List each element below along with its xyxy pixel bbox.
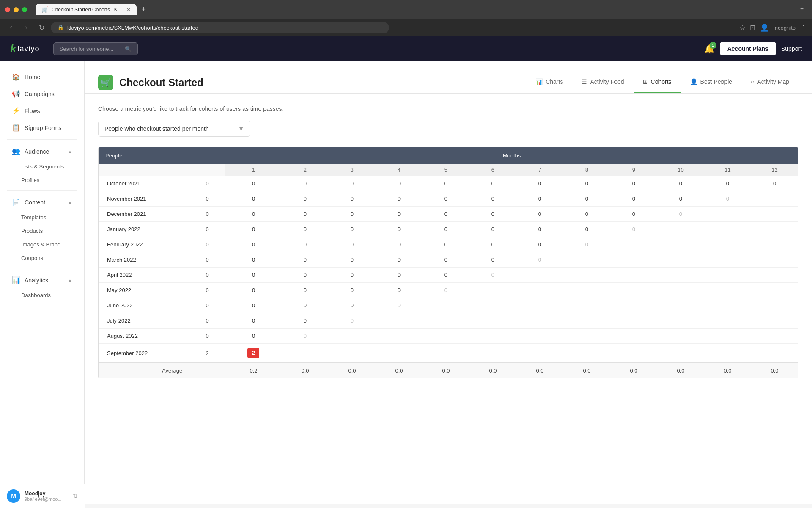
cohort-cell: 0: [469, 222, 516, 237]
bookmark-icon[interactable]: ☆: [739, 23, 746, 32]
cohort-cell: [422, 298, 469, 313]
activity-map-tab-icon: ○: [751, 78, 754, 85]
account-plans-button[interactable]: Account Plans: [720, 42, 776, 55]
cohort-cell: [563, 298, 610, 313]
month-number-7: 7: [516, 164, 563, 176]
audience-expand-icon: ▲: [68, 149, 72, 154]
row-people-count: 0: [189, 283, 225, 298]
browser-tab[interactable]: 🛒 Checkout Started Cohorts | Kl... ✕: [36, 4, 137, 15]
cohort-cell: 0: [329, 176, 376, 191]
notification-button[interactable]: 🔔 1: [704, 44, 715, 54]
window-control-green[interactable]: [22, 7, 27, 12]
cohort-cell: [610, 283, 657, 298]
sidebar-sub-item-images-brand[interactable]: Images & Brand: [0, 238, 81, 251]
cohort-cell: [751, 344, 798, 363]
tab-activity-map[interactable]: ○ Activity Map: [741, 72, 798, 93]
cohort-cell: 0: [422, 222, 469, 237]
search-input[interactable]: [60, 46, 121, 52]
sidebar-label-content: Content: [25, 199, 45, 206]
cohort-cell: 0: [704, 176, 751, 191]
back-button[interactable]: ‹: [5, 22, 17, 33]
sidebar-item-campaigns[interactable]: 📢 Campaigns: [3, 86, 81, 102]
extension-icon[interactable]: ⊡: [750, 23, 756, 32]
cohort-cell: 0: [422, 237, 469, 252]
row-people-count: 0: [189, 191, 225, 207]
sidebar-item-content[interactable]: 📄 Content ▲: [3, 194, 81, 210]
cohort-cell: [422, 329, 469, 344]
forward-button[interactable]: ›: [20, 22, 32, 33]
cohort-cell: 0: [422, 191, 469, 207]
new-tab-button[interactable]: +: [138, 3, 150, 16]
metric-dropdown[interactable]: People who checkout started per month ▼: [98, 121, 250, 137]
cohort-cell: [704, 283, 751, 298]
cohort-cell: [657, 344, 704, 363]
sidebar-sub-item-coupons[interactable]: Coupons: [0, 251, 81, 265]
charts-tab-icon: 📊: [535, 78, 543, 85]
reload-button[interactable]: ↻: [36, 22, 47, 33]
average-cell: 0.0: [422, 363, 469, 378]
tab-charts[interactable]: 📊 Charts: [526, 72, 572, 93]
average-cell: 0.0: [376, 363, 422, 378]
cohort-cell: [563, 329, 610, 344]
cohort-cell: 0: [282, 329, 329, 344]
cohort-cell: [657, 329, 704, 344]
cohort-cell: 0: [610, 222, 657, 237]
cohorts-tab-icon: ⊞: [643, 78, 648, 85]
cohort-cell: 0: [563, 191, 610, 207]
dropdown-arrow-icon: ▼: [238, 125, 244, 132]
sidebar-label-home: Home: [25, 74, 40, 80]
sidebar-sub-item-templates[interactable]: Templates: [0, 211, 81, 224]
sidebar-item-signup-forms[interactable]: 📋 Signup Forms: [3, 119, 81, 136]
sidebar-sub-item-profiles[interactable]: Profiles: [0, 174, 81, 187]
row-people-count: 0: [189, 237, 225, 252]
window-control-yellow[interactable]: [14, 7, 19, 12]
user-expand-icon[interactable]: ⇅: [73, 493, 78, 500]
cohort-cell: 0: [376, 252, 422, 268]
charts-tab-label: Charts: [546, 78, 563, 85]
cohort-cell: 0: [704, 191, 751, 207]
cohort-cell: [422, 344, 469, 363]
account-icon[interactable]: 👤: [760, 23, 769, 32]
cohort-cell: 0: [469, 176, 516, 191]
tab-best-people[interactable]: 👤 Best People: [681, 72, 742, 93]
tab-cohorts[interactable]: ⊞ Cohorts: [634, 72, 681, 93]
cohort-cell: [516, 283, 563, 298]
sidebar-label-flows: Flows: [25, 108, 40, 114]
sidebar-sub-item-lists[interactable]: Lists & Segments: [0, 160, 81, 173]
sidebar-label-audience: Audience: [25, 148, 49, 155]
tab-close-icon[interactable]: ✕: [126, 7, 131, 13]
tab-activity-feed[interactable]: ☰ Activity Feed: [572, 72, 633, 93]
average-cell: 0.0: [610, 363, 657, 378]
cohort-cell: [751, 207, 798, 222]
search-bar[interactable]: 🔍: [53, 42, 138, 55]
sidebar-item-analytics[interactable]: 📊 Analytics ▲: [3, 272, 81, 288]
cohort-cell: [751, 313, 798, 329]
row-people-count: 0: [189, 222, 225, 237]
cohort-cell: 2: [225, 344, 282, 363]
sidebar-sub-item-products[interactable]: Products: [0, 224, 81, 237]
sidebar-item-audience[interactable]: 👥 Audience ▲: [3, 143, 81, 160]
cohort-cell: 0: [225, 222, 282, 237]
window-control-red[interactable]: [5, 7, 10, 12]
logo[interactable]: klaviyo: [10, 42, 40, 55]
cohort-cell: [469, 313, 516, 329]
cohort-cell: [704, 222, 751, 237]
cohort-cell: 0: [563, 207, 610, 222]
cohort-cell: 0: [657, 176, 704, 191]
tab-bar-menu[interactable]: ≡: [797, 5, 807, 15]
sidebar-sub-item-dashboards[interactable]: Dashboards: [0, 289, 81, 302]
support-button[interactable]: Support: [781, 45, 802, 52]
cohort-cell: 0: [282, 237, 329, 252]
cohort-cell: 0: [225, 252, 282, 268]
cohort-cell: [751, 237, 798, 252]
cohort-cell: [657, 313, 704, 329]
average-cell: 0.0: [751, 363, 798, 378]
row-label: January 2022: [99, 222, 189, 237]
url-bar[interactable]: 🔒 klaviyo.com/metric/SXLMwK/cohorts/chec…: [51, 22, 389, 33]
menu-icon[interactable]: ⋮: [800, 23, 807, 32]
sidebar-item-home[interactable]: 🏠 Home: [3, 69, 81, 85]
cohort-cell: 0: [422, 207, 469, 222]
sidebar-item-flows[interactable]: ⚡ Flows: [3, 102, 81, 119]
cohort-table-wrapper: People Months 123456789101112 Octobe: [98, 147, 798, 378]
cohort-cell: 0: [329, 313, 376, 329]
